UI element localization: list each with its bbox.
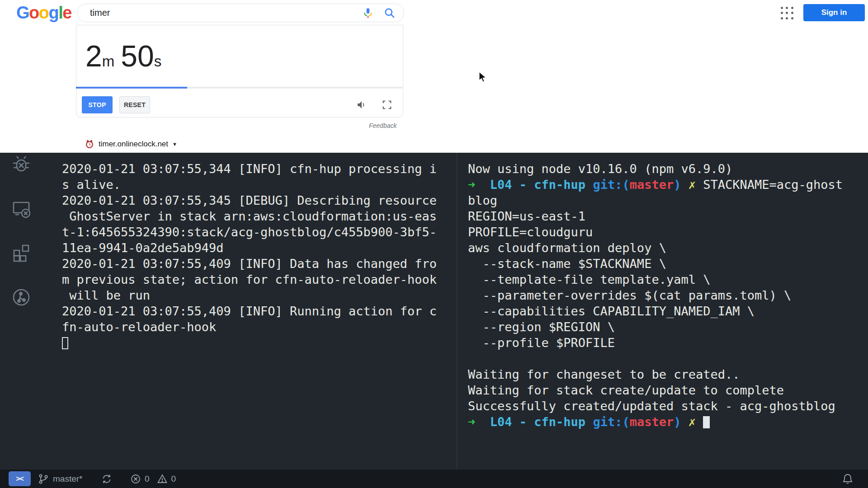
google-logo-letter: o [39, 3, 49, 22]
terminal-line: m previous state; action for cfn-auto-re… [62, 272, 451, 287]
result-caret-icon[interactable]: ▼ [172, 141, 177, 147]
terminal-line: 11ea-9941-0a2de5ab949d [62, 240, 451, 256]
terminal-line: 2020-01-21 03:07:55,409 [INFO] Running a… [62, 303, 451, 319]
terminal-line: --region $REGION \ [468, 319, 861, 335]
debug-disabled-icon[interactable] [11, 154, 32, 175]
timer-seconds-unit: s [154, 53, 162, 70]
timer-display: 2m50s [85, 39, 161, 73]
stop-button[interactable]: STOP [82, 96, 113, 113]
google-search-page: Google Sign in 2m50s [0, 0, 868, 153]
terminal-line: --parameter-overrides $(cat params.toml)… [468, 287, 861, 303]
terminal-line: fn-auto-reloader-hook [62, 319, 451, 335]
warnings-icon [157, 474, 168, 484]
terminal-cursor-solid [703, 416, 710, 428]
reset-button[interactable]: RESET [119, 96, 150, 113]
terminal-line [468, 351, 861, 366]
terminal-line: PROFILE=cloudguru [468, 224, 861, 240]
google-logo-letter: g [49, 3, 59, 22]
onlineclock-favicon [85, 140, 94, 149]
terminal-right-pane[interactable]: Now using node v10.16.0 (npm v6.9.0)➜ L0… [468, 161, 861, 430]
terminal-line: blog [468, 192, 861, 208]
terminal-line: ➜ L04 - cfn-hup git:(master) ✗ [468, 414, 861, 430]
sync-icon [101, 474, 112, 484]
terminal-left-pane[interactable]: 2020-01-21 03:07:55,344 [INFO] cfn-hup p… [62, 161, 451, 351]
notifications-bell-icon[interactable] [841, 473, 854, 485]
terminal-line: 2020-01-21 03:07:55,344 [INFO] cfn-hup p… [62, 161, 451, 177]
vscode-status-bar: >< master* [0, 469, 868, 488]
terminal-line: t-1:645655324390:stack/acg-ghostblog/c45… [62, 224, 451, 240]
timer-controls: STOP RESET [76, 95, 403, 114]
search-icon[interactable] [384, 7, 396, 19]
problems-item[interactable]: 0 0 [130, 469, 176, 488]
result-source-row[interactable]: timer.onlineclock.net ▼ [85, 140, 177, 149]
branch-name: master* [53, 474, 82, 484]
terminal-line: --profile $PROFILE [468, 335, 861, 351]
circle-branch-icon[interactable] [11, 287, 32, 308]
terminal-line: --template-file template.yaml \ [468, 272, 861, 287]
google-logo-letter: G [16, 3, 29, 22]
terminal-line: aws cloudformation deploy \ [468, 240, 861, 256]
feedback-link[interactable]: Feedback [369, 122, 396, 129]
terminal-line: s alive. [62, 177, 451, 192]
terminal-line: Waiting for stack create/update to compl… [468, 382, 861, 398]
timer-minutes: 2 [85, 39, 102, 73]
terminal-line: Now using node v10.16.0 (npm v6.9.0) [468, 161, 861, 177]
timer-progress-track [76, 87, 403, 89]
sign-in-button[interactable]: Sign in [803, 4, 865, 21]
volume-icon[interactable] [356, 99, 367, 110]
terminal-panel: ⚙ 2020-01-21 03:07:55,344 [INFO] cfn-hup… [0, 153, 868, 469]
terminal-line: 2020-01-21 03:07:55,345 [DEBUG] Describi… [62, 192, 451, 208]
screen: Google Sign in 2m50s [0, 0, 868, 488]
pane-divider[interactable] [457, 153, 457, 469]
terminal-line [62, 335, 451, 351]
git-branch-item[interactable]: master* [38, 469, 82, 488]
git-branch-icon [38, 474, 49, 484]
timer-seconds: 50 [121, 39, 154, 73]
search-bar[interactable] [77, 4, 404, 22]
remote-explorer-icon[interactable] [11, 199, 32, 220]
terminal-cursor-hollow [62, 337, 68, 349]
google-logo-letter: l [58, 3, 62, 22]
fullscreen-icon[interactable] [382, 100, 392, 110]
extensions-icon[interactable] [11, 243, 32, 263]
terminal-line: Waiting for changeset to be created.. [468, 366, 861, 382]
error-count: 0 [145, 474, 150, 484]
terminal-line: GhostServer in stack arn:aws:cloudformat… [62, 208, 451, 224]
google-logo-letter: e [62, 3, 71, 22]
terminal-line: REGION=us-east-1 [468, 208, 861, 224]
google-logo-letter: o [29, 3, 39, 22]
terminal-line: --stack-name $STACKNAME \ [468, 256, 861, 272]
terminal-line: 2020-01-21 03:07:55,409 [INFO] Data has … [62, 256, 451, 272]
remote-indicator[interactable]: >< [9, 471, 31, 486]
google-apps-icon[interactable] [781, 7, 794, 20]
mouse-cursor [478, 71, 488, 83]
terminal-line: Successfully created/updated stack - acg… [468, 398, 861, 414]
timer-minutes-unit: m [102, 53, 115, 70]
result-source-url[interactable]: timer.onlineclock.net [99, 140, 168, 149]
warning-count: 0 [171, 474, 176, 484]
timer-widget-card: 2m50s STOP RESET [76, 25, 403, 117]
terminal-line: ➜ L04 - cfn-hup git:(master) ✗ STACKNAME… [468, 177, 861, 192]
search-input[interactable] [90, 8, 352, 18]
terminal-line: --capabilities CAPABILITY_NAMED_IAM \ [468, 303, 861, 319]
google-logo[interactable]: Google [16, 3, 71, 23]
sync-item[interactable] [101, 469, 112, 488]
timer-progress-fill [76, 87, 187, 89]
terminal-line: will be run [62, 287, 451, 303]
mic-icon[interactable] [362, 7, 374, 19]
errors-icon [130, 474, 141, 484]
